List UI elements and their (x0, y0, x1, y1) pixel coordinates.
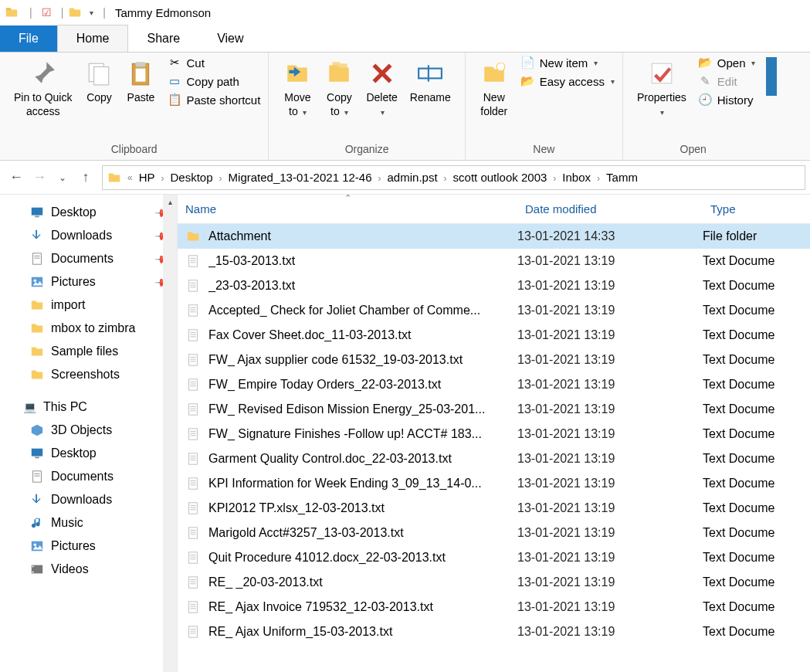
breadcrumb-segment[interactable]: Tamm (602, 171, 642, 184)
copy-to-button[interactable]: Copy to ▾ (318, 56, 360, 121)
file-type: Text Docume (703, 452, 810, 466)
pin-icon (29, 59, 58, 88)
folder-icon[interactable] (68, 5, 82, 19)
tree-item[interactable]: Downloads (0, 488, 177, 511)
file-row[interactable]: Fax Cover Sheet.doc_11-03-2013.txt13-01-… (178, 323, 810, 348)
tree-this-pc[interactable]: 💻 This PC (0, 395, 177, 419)
file-row[interactable]: _23-03-2013.txt13-01-2021 13:19Text Docu… (178, 273, 810, 298)
move-to-button[interactable]: Move to ▾ (276, 56, 318, 121)
tree-item[interactable]: Desktop (0, 442, 177, 465)
file-row[interactable]: FW_ Ajax supplier code 61532_19-03-2013.… (178, 348, 810, 372)
file-date: 13-01-2021 13:19 (517, 304, 703, 317)
chevron-right-icon[interactable]: › (160, 173, 166, 184)
svg-rect-74 (189, 552, 198, 563)
svg-rect-25 (32, 572, 34, 573)
column-name[interactable]: ⌃Name (178, 195, 517, 223)
tree-item[interactable]: Music (0, 511, 177, 535)
file-row[interactable]: KPI Information for Week Ending 3_09_13_… (178, 471, 810, 496)
file-row[interactable]: Garment Quality Control.doc_22-03-2013.t… (178, 446, 810, 471)
folder-icon (29, 367, 45, 382)
tree-label: Downloads (51, 493, 112, 507)
edit-button[interactable]: ✎Edit (699, 74, 756, 88)
file-row[interactable]: KPI2012 TP.xlsx_12-03-2013.txt13-01-2021… (178, 496, 810, 521)
checkbox-icon[interactable]: ☑ (42, 6, 52, 19)
tab-home[interactable]: Home (57, 25, 129, 52)
new-item-button[interactable]: 📄New item▾ (521, 56, 615, 70)
copy-button[interactable]: Copy (78, 56, 120, 108)
file-row[interactable]: RE_ Ajax Uniform_15-03-2013.txt13-01-202… (178, 619, 810, 644)
tab-file[interactable]: File (0, 25, 57, 52)
breadcrumb-segment[interactable]: scott outlook 2003 (449, 171, 552, 184)
svg-rect-30 (189, 280, 198, 291)
delete-button[interactable]: Delete▾ (360, 56, 403, 121)
file-row[interactable]: _15-03-2013.txt13-01-2021 13:19Text Docu… (178, 249, 810, 273)
txt-icon (185, 599, 201, 615)
recent-dropdown[interactable]: ⌄ (51, 166, 74, 189)
file-row[interactable]: RE_ _20-03-2013.txt13-01-2021 13:19Text … (178, 570, 810, 595)
breadcrumb-segment[interactable]: HP (134, 171, 160, 184)
svg-rect-38 (189, 330, 198, 341)
tree-item[interactable]: Pictures (0, 535, 177, 558)
svg-rect-42 (189, 355, 198, 365)
file-row[interactable]: FW_ Revised Edison Mission Energy_25-03-… (178, 397, 810, 422)
tree-item[interactable]: Desktop📌 (0, 201, 177, 224)
file-row[interactable]: Quit Procedure 41012.docx_22-03-2013.txt… (178, 545, 810, 570)
rename-button[interactable]: Rename (404, 56, 457, 108)
column-date[interactable]: Date modified (517, 195, 703, 223)
file-date: 13-01-2021 13:19 (517, 452, 703, 466)
tree-item[interactable]: Screenshots (0, 363, 177, 386)
tree-item[interactable]: mbox to zimbra (0, 317, 177, 340)
tree-item[interactable]: Sample files (0, 340, 177, 363)
up-button[interactable]: ↑ (74, 166, 97, 189)
back-button[interactable]: ← (5, 166, 28, 189)
file-row[interactable]: FW_ Empire Today Orders_22-03-2013.txt13… (178, 372, 810, 397)
breadcrumb-segment[interactable]: Desktop (166, 171, 218, 184)
dropdown-icon[interactable]: ▾ (90, 8, 93, 17)
chevron-right-icon[interactable]: › (442, 173, 449, 184)
chevron-icon[interactable]: « (126, 172, 134, 183)
tree-item[interactable]: Documents📌 (0, 247, 177, 270)
tree-scrollbar[interactable]: ▴ (163, 195, 177, 672)
file-row[interactable]: FW_ Signature Finishes -Follow up! ACCT#… (178, 422, 810, 446)
forward-button[interactable]: → (28, 166, 51, 189)
paste-button[interactable]: Paste (120, 56, 161, 108)
navigation-pane[interactable]: Desktop📌Downloads📌Documents📌Pictures📌imp… (0, 195, 178, 672)
chevron-right-icon[interactable]: › (595, 173, 602, 184)
file-row[interactable]: Accepted_ Check for Joliet Chamber of Co… (178, 298, 810, 323)
file-row[interactable]: RE_ Ajax Invoice 719532_12-03-2013.txt13… (178, 595, 810, 619)
tab-share[interactable]: Share (128, 25, 198, 52)
breadcrumb-segment[interactable]: Inbox (558, 171, 595, 184)
easy-access-button[interactable]: 📂Easy access▾ (521, 74, 615, 88)
paste-shortcut-button[interactable]: 📋Paste shortcut (168, 93, 260, 107)
scissors-icon: ✂ (168, 56, 181, 70)
chevron-right-icon[interactable]: › (377, 173, 383, 184)
tree-item[interactable]: Pictures📌 (0, 270, 177, 294)
txt-icon (185, 476, 201, 491)
breadcrumb-segment[interactable]: admin.pst (383, 171, 442, 184)
folder-icon[interactable] (103, 171, 126, 185)
folder-icon (29, 297, 45, 313)
tree-item[interactable]: Documents (0, 465, 177, 488)
new-folder-button[interactable]: New folder (473, 56, 515, 121)
svg-rect-1 (94, 67, 109, 85)
file-row[interactable]: Attachment13-01-2021 14:33File folder (178, 224, 810, 249)
properties-button[interactable]: Properties▾ (631, 56, 693, 121)
title-bar: | ☑ | ▾ | Tammy Edmonson (0, 0, 810, 25)
copy-path-button[interactable]: ▭Copy path (168, 74, 260, 88)
column-type[interactable]: Type (703, 195, 810, 223)
tree-item[interactable]: Videos (0, 558, 177, 581)
open-button[interactable]: 📂Open▾ (699, 56, 756, 70)
chevron-right-icon[interactable]: › (218, 173, 224, 184)
address-bar[interactable]: « HP›Desktop›Migrated_13-01-2021 12-46›a… (102, 165, 805, 190)
scroll-up-icon[interactable]: ▴ (168, 195, 172, 209)
tree-label: Desktop (51, 205, 97, 219)
breadcrumb-segment[interactable]: Migrated_13-01-2021 12-46 (224, 171, 377, 184)
cut-button[interactable]: ✂Cut (168, 56, 260, 70)
file-row[interactable]: Marigold Acct#3257_13-03-2013.txt13-01-2… (178, 521, 810, 545)
tree-item[interactable]: 3D Objects (0, 419, 177, 442)
history-button[interactable]: 🕘History (699, 93, 756, 107)
tree-item[interactable]: Downloads📌 (0, 224, 177, 247)
tree-item[interactable]: import (0, 294, 177, 317)
pin-to-quick-access-button[interactable]: Pin to Quick access (8, 56, 78, 121)
tab-view[interactable]: View (198, 25, 262, 52)
